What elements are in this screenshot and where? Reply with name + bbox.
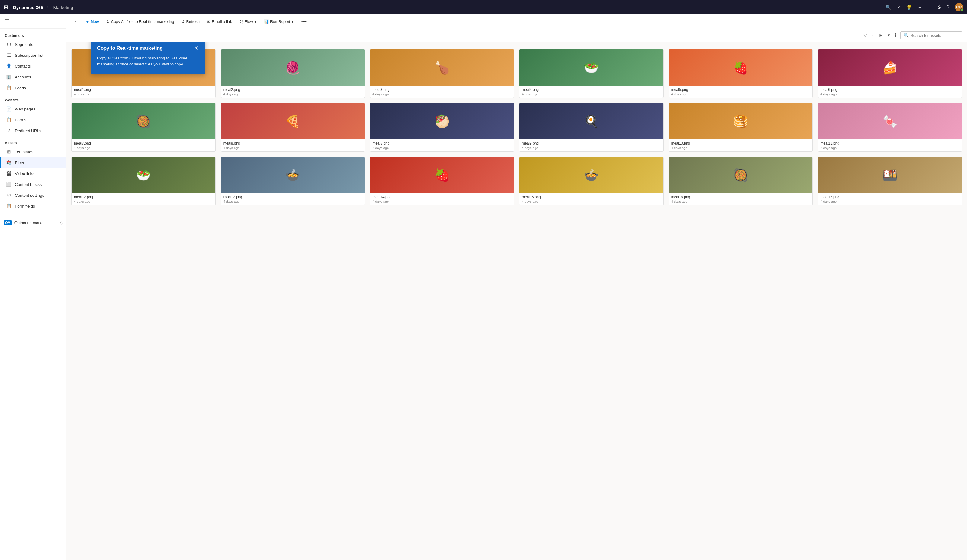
sidebar-toggle[interactable]: ☰	[0, 15, 66, 29]
file-card[interactable]: 🍲 meal13.png 4 days ago	[221, 156, 365, 206]
file-info: meal4.png 4 days ago	[520, 86, 663, 98]
file-thumbnail: 🥗	[71, 157, 216, 193]
file-info: meal6.png 4 days ago	[818, 86, 962, 98]
sidebar-item-label: Content settings	[15, 193, 45, 198]
file-thumbnail: 🥙	[370, 103, 514, 139]
file-card[interactable]: 🥘 meal7.png 4 days ago	[71, 103, 216, 152]
tasks-icon[interactable]: ✓	[897, 5, 901, 10]
formfields-icon: 📋	[6, 203, 12, 209]
popup-close-button[interactable]: ✕	[194, 45, 199, 52]
search-icon[interactable]: 🔍	[885, 5, 891, 10]
settings-icon[interactable]: ⚙	[937, 5, 941, 10]
file-name: meal15.png	[522, 195, 661, 199]
file-date: 4 days ago	[522, 146, 661, 150]
forms-icon: 📋	[6, 117, 12, 122]
sidebar-item-contentblocks[interactable]: ⬜ Content blocks	[0, 179, 66, 190]
file-card[interactable]: 🥞 meal10.png 4 days ago	[668, 103, 813, 152]
sidebar-item-accounts[interactable]: 🏢 Accounts	[0, 71, 66, 82]
file-card[interactable]: 🍕 meal8.png 4 days ago	[221, 103, 365, 152]
popup-copy-realtime: Copy to Real-time marketing ✕ Copy all f…	[91, 42, 205, 74]
topbar-actions: 🔍 ✓ 💡 ＋ ⚙ ? OM	[885, 3, 964, 12]
file-card[interactable]: 🍰 meal6.png 4 days ago	[818, 49, 962, 98]
sidebar-item-segments[interactable]: ⬡ Segments	[0, 39, 66, 50]
file-thumbnail: 🍕	[221, 103, 365, 139]
flow-chevron-icon: ▾	[254, 19, 257, 24]
refresh-label: Refresh	[186, 19, 200, 24]
file-card[interactable]: 🍓 meal5.png 4 days ago	[668, 49, 813, 98]
file-card[interactable]: 🧶 meal2.png 4 days ago	[221, 49, 365, 98]
sidebar-item-videolinks[interactable]: 🎬 Video links	[0, 168, 66, 179]
file-date: 4 days ago	[373, 146, 512, 150]
sidebar-item-webpages[interactable]: 📄 Web pages	[0, 104, 66, 114]
run-report-label: Run Report	[270, 19, 290, 24]
file-card[interactable]: 🍲 meal15.png 4 days ago	[519, 156, 664, 206]
new-button[interactable]: ＋ New	[83, 17, 102, 26]
search-box: 🔍	[900, 31, 962, 39]
file-info: meal13.png 4 days ago	[221, 193, 365, 205]
file-name: meal14.png	[373, 195, 512, 199]
sort-icon[interactable]: ↕	[871, 32, 876, 39]
waffle-icon[interactable]: ⊞	[3, 4, 8, 11]
sidebar-item-leads[interactable]: 📋 Leads	[0, 82, 66, 93]
file-card[interactable]: 🍗 meal3.png 4 days ago	[370, 49, 514, 98]
file-name: meal9.png	[522, 141, 661, 145]
file-card[interactable]: 🍬 meal11.png 4 days ago	[818, 103, 962, 152]
sidebar-item-redirect[interactable]: ↗ Redirect URLs	[0, 125, 66, 136]
templates-icon: ⊞	[6, 149, 12, 155]
run-report-button[interactable]: 📊 Run Report ▾	[261, 18, 297, 26]
sidebar-section-website: Website	[0, 93, 66, 104]
file-card[interactable]: 🍱 meal17.png 4 days ago	[818, 156, 962, 206]
sidebar-item-contentsettings[interactable]: ⚙ Content settings	[0, 190, 66, 201]
file-card[interactable]: 🥙 meal8.png 4 days ago	[370, 103, 514, 152]
file-date: 4 days ago	[820, 200, 959, 203]
sidebar-item-label: Leads	[15, 86, 26, 90]
file-thumbnail: 🍬	[818, 103, 962, 139]
flow-button[interactable]: ⛓ Flow ▾	[236, 18, 259, 26]
sidebar-item-subscription[interactable]: ☰ Subscription list	[0, 50, 66, 61]
email-link-button[interactable]: ✉ Email a link	[204, 18, 235, 26]
contentsettings-icon: ⚙	[6, 193, 12, 198]
sidebar-item-label: Templates	[15, 150, 33, 154]
sidebar-section-customers: Customers	[0, 29, 66, 39]
file-name: meal12.png	[74, 195, 213, 199]
sidebar-item-label: Files	[15, 160, 24, 165]
refresh-button[interactable]: ↺ Refresh	[178, 18, 203, 26]
file-thumbnail: 🍓	[669, 49, 813, 86]
filter-icon[interactable]: ▽	[862, 31, 868, 39]
more-button[interactable]: •••	[298, 16, 310, 26]
new-icon[interactable]: ＋	[917, 4, 922, 11]
file-card[interactable]: 🥗 meal4.png 4 days ago	[519, 49, 664, 98]
search-magnifier-icon: 🔍	[904, 33, 909, 38]
sidebar-item-forms[interactable]: 📋 Forms	[0, 114, 66, 125]
sidebar-item-label: Video links	[15, 171, 35, 176]
copy-label: Copy All files to Real-time marketing	[111, 19, 174, 24]
back-button[interactable]: ←	[71, 18, 81, 26]
sidebar-item-templates[interactable]: ⊞ Templates	[0, 147, 66, 157]
view-chevron-icon[interactable]: ▾	[886, 31, 891, 39]
notifications-icon[interactable]: 💡	[906, 5, 912, 10]
help-icon[interactable]: ?	[947, 5, 949, 10]
file-card[interactable]: 🍓 meal14.png 4 days ago	[370, 156, 514, 206]
flow-label: Flow	[245, 19, 253, 24]
redirect-icon: ↗	[6, 128, 12, 133]
file-info: meal11.png 4 days ago	[818, 139, 962, 152]
copy-to-realtime-button[interactable]: ↻ Copy All files to Real-time marketing	[103, 18, 177, 26]
videolinks-icon: 🎬	[6, 171, 12, 176]
file-info: meal17.png 4 days ago	[818, 193, 962, 205]
file-date: 4 days ago	[671, 146, 810, 150]
view-toggle-icon[interactable]: ⊞	[878, 31, 884, 39]
sidebar-bottom-bar[interactable]: OM Outbound marke... ◇	[0, 217, 66, 227]
info-icon[interactable]: ℹ	[894, 31, 898, 39]
file-card[interactable]: 🥗 meal12.png 4 days ago	[71, 156, 216, 206]
brand-title: Dynamics 365	[13, 5, 43, 10]
sidebar-item-formfields[interactable]: 📋 Form fields	[0, 201, 66, 211]
search-input[interactable]	[911, 33, 959, 38]
file-info: meal16.png 4 days ago	[669, 193, 813, 205]
file-name: meal17.png	[820, 195, 959, 199]
sidebar-item-files[interactable]: 📚 Files	[0, 157, 66, 168]
avatar[interactable]: OM	[955, 3, 964, 12]
file-card[interactable]: 🥘 meal16.png 4 days ago	[668, 156, 813, 206]
file-card[interactable]: 🍳 meal9.png 4 days ago	[519, 103, 664, 152]
back-icon: ←	[74, 19, 78, 24]
sidebar-item-contacts[interactable]: 👤 Contacts	[0, 61, 66, 71]
